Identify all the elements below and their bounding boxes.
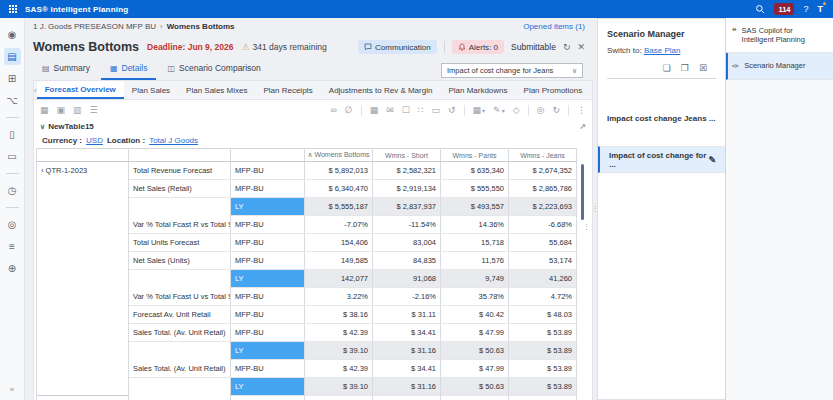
value-cell[interactable]: $ 50.63 <box>441 378 509 396</box>
worksheets-icon[interactable]: ▤ <box>4 48 21 65</box>
print-icon[interactable]: ▭ <box>432 106 441 115</box>
value-cell[interactable]: 83,004 <box>373 234 441 252</box>
value-cell[interactable]: $ 2,865,786 <box>509 180 577 198</box>
value-cell[interactable]: $ 31.16 <box>373 378 441 396</box>
unlink-icon[interactable]: ∅ <box>345 106 353 115</box>
column-header[interactable]: Wmns - Pants <box>441 149 509 162</box>
value-cell[interactable]: $ 53.89 <box>509 378 577 396</box>
subtab-adjustments-to-rev-margin[interactable]: Adjustments to Rev & Margin <box>321 81 441 99</box>
sync-icon[interactable]: ↻ <box>552 106 560 115</box>
value-cell[interactable]: $ 38.16 <box>305 306 373 324</box>
insert-calendar-icon[interactable]: ▦ <box>40 106 49 115</box>
delete-scenario-icon[interactable]: ☒ <box>699 63 707 73</box>
time-cell[interactable]: › Feb-23 <box>37 396 129 400</box>
value-cell[interactable]: 15,718 <box>441 234 509 252</box>
new-scenario-icon[interactable]: ❏ <box>663 63 671 73</box>
value-cell[interactable]: $ 47.99 <box>441 360 509 378</box>
value-cell[interactable]: $ 39.10 <box>305 342 373 360</box>
subtab-plan-promotions[interactable]: Plan Promotions <box>516 81 591 99</box>
value-cell[interactable]: $ 34.41 <box>373 360 441 378</box>
value-cell[interactable]: 11,576 <box>441 252 509 270</box>
value-cell[interactable]: $ 1,325,418 <box>305 396 373 400</box>
subtab-forecast-overview[interactable]: Forecast Overview <box>37 81 124 99</box>
clipboard-icon[interactable]: ▯ <box>4 126 21 143</box>
value-cell[interactable]: 9,749 <box>441 270 509 288</box>
value-cell[interactable]: 14.36% <box>441 216 509 234</box>
value-cell[interactable]: 4.72% <box>509 288 577 306</box>
subtab-plan-sales[interactable]: Plan Sales <box>124 81 178 99</box>
help-icon[interactable]: ? <box>803 5 808 14</box>
value-cell[interactable]: $ 34.41 <box>373 324 441 342</box>
table-name[interactable]: NewTable15 <box>48 122 94 131</box>
folder-icon[interactable]: ▭ <box>4 148 21 165</box>
subtab-plan-receipts[interactable]: Plan Receipts <box>255 81 320 99</box>
value-cell[interactable]: 84,835 <box>373 252 441 270</box>
undo-icon[interactable]: ↺ <box>448 106 456 115</box>
scenario-item[interactable]: Impact of cost change for ...✎ <box>598 146 725 173</box>
rail-item-scenario-manager[interactable]: ✑Scenario Manager <box>726 53 833 80</box>
expand-sidebar-icon[interactable]: » <box>10 385 14 394</box>
value-cell[interactable]: $ 194,056 <box>441 396 509 400</box>
value-cell[interactable]: $ 555,550 <box>441 180 509 198</box>
collapse-table-icon[interactable]: ∨ <box>40 123 45 131</box>
value-cell[interactable]: $ 2,837,937 <box>373 198 441 216</box>
value-cell[interactable]: $ 31.11 <box>373 306 441 324</box>
history-bag-icon[interactable]: ◷ <box>4 182 21 199</box>
value-cell[interactable]: $ 2,223,693 <box>509 198 577 216</box>
close-icon[interactable]: ✕ <box>577 42 585 52</box>
value-cell[interactable]: $ 635,340 <box>441 162 509 180</box>
value-cell[interactable]: 53,174 <box>509 252 577 270</box>
value-cell[interactable]: $ 2,582,321 <box>373 162 441 180</box>
user-avatar[interactable]: T <box>818 4 824 14</box>
more-options-icon[interactable]: ⋮ <box>577 106 586 115</box>
person-icon[interactable]: ☐ <box>402 106 410 115</box>
refresh-icon[interactable]: ↻ <box>563 42 571 52</box>
home-icon[interactable]: ◉ <box>4 26 21 43</box>
value-cell[interactable]: $ 5,892,013 <box>305 162 373 180</box>
calculator-icon[interactable]: ▦ <box>370 106 379 115</box>
value-cell[interactable]: $ 50.63 <box>441 342 509 360</box>
scenario-dropdown[interactable]: Impact of cost change for Jeans ∨ <box>441 63 583 78</box>
value-cell[interactable]: $ 31.16 <box>373 342 441 360</box>
value-cell[interactable]: 154,406 <box>305 234 373 252</box>
edit-scenario-icon[interactable]: ✎ <box>708 155 716 165</box>
time-cell[interactable]: ‹ QTR-1-2023 <box>37 162 129 180</box>
column-header[interactable]: ∧ Womens Bottoms <box>305 149 373 162</box>
value-cell[interactable]: $ 53.89 <box>509 360 577 378</box>
apps-grid-icon[interactable] <box>0 5 25 13</box>
value-cell[interactable]: $ 48.03 <box>509 306 577 324</box>
value-cell[interactable]: -2.16% <box>373 288 441 306</box>
value-cell[interactable]: 3.22% <box>305 288 373 306</box>
plans-grid-icon[interactable]: ⊞ <box>4 70 21 87</box>
location-link[interactable]: Total J Goods <box>149 136 198 145</box>
value-cell[interactable]: $ 47.99 <box>441 324 509 342</box>
currency-link[interactable]: USD <box>86 136 103 145</box>
value-cell[interactable]: -7.07% <box>305 216 373 234</box>
value-cell[interactable]: 55,684 <box>509 234 577 252</box>
subtab-plan-markdowns[interactable]: Plan Markdowns <box>440 81 515 99</box>
report-search-icon[interactable]: ◎ <box>4 216 21 233</box>
value-cell[interactable]: 91,068 <box>373 270 441 288</box>
insert-image-icon[interactable]: ▣ <box>57 106 66 115</box>
subtab-plan-sales-mixes[interactable]: Plan Sales Mixes <box>178 81 255 99</box>
search-icon[interactable] <box>755 4 765 14</box>
table-menu-icon[interactable]: ▦▾ <box>473 106 486 115</box>
maximize-table-icon[interactable]: ↗ <box>579 122 586 131</box>
duplicate-scenario-icon[interactable]: ❐ <box>681 63 689 73</box>
lock-icon[interactable]: ◎ <box>537 106 545 115</box>
value-cell[interactable]: $ 42.39 <box>305 360 373 378</box>
value-cell[interactable]: $ 6,340,470 <box>305 180 373 198</box>
comment-icon[interactable]: ✉ <box>386 106 394 115</box>
link-icon[interactable]: ∞ <box>330 106 336 115</box>
value-cell[interactable]: $ 493,557 <box>441 198 509 216</box>
communication-button[interactable]: Communication <box>358 40 437 54</box>
tab-summary[interactable]: ▤Summary <box>33 60 99 80</box>
scenario-item[interactable]: Impact cost change Jeans ... <box>598 105 725 132</box>
base-plan-link[interactable]: Base Plan <box>644 46 680 55</box>
value-cell[interactable]: $ 53.89 <box>509 324 577 342</box>
shield-icon[interactable]: ◇ <box>513 106 520 115</box>
process-flow-icon[interactable]: ⌥ <box>4 92 21 109</box>
value-cell[interactable]: $ 727,696 <box>509 396 577 400</box>
value-cell[interactable]: 41,260 <box>509 270 577 288</box>
selection-icon[interactable]: ∷ <box>418 106 424 115</box>
